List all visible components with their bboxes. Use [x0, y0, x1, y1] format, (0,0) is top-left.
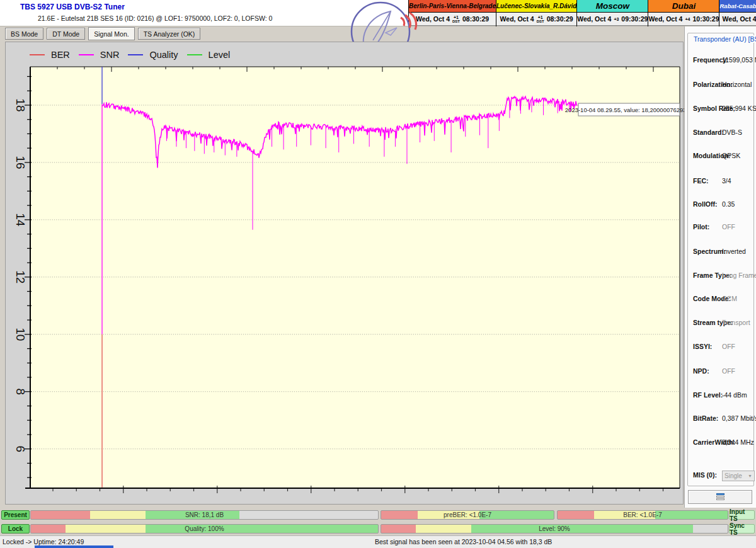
transponder-row-value: 255,994 KS/s [722, 105, 756, 112]
clock-city-label: Rabat-Casablanca-London [719, 0, 756, 13]
snr-meter: SNR: 18,1 dB [30, 510, 379, 520]
lock-button[interactable]: Lock [1, 524, 30, 534]
lock-uptime-status: Locked -> Uptime: 24:20:49 [3, 538, 84, 545]
transponder-panel: Transponder (AU) [BS] Frequency:11599,05… [684, 26, 756, 508]
transponder-row-value: -44 dBm [722, 391, 747, 399]
transponder-row-value: 0.35 [722, 200, 735, 208]
clock-date: Wed, Oct 4 [648, 15, 682, 23]
app-title: TBS 5927 USB DVB-S2 Tuner [20, 3, 125, 11]
transponder-row-value: 0,387 Mbit/s [722, 414, 756, 422]
transponder-row-value: DVB-S [722, 128, 742, 136]
transponder-row-label: RF Level: [693, 391, 723, 399]
transponder-row-value: Transport [722, 319, 750, 326]
chart-tooltip-text: 2023-10-04 08.29.55, value: 18,200000762… [565, 106, 684, 113]
transponder-row-label: Spectrum: [693, 248, 726, 255]
transponder-row-value: 11599,053 MHz [722, 56, 756, 64]
transponder-row-label: Pilot: [693, 223, 709, 231]
clock-time: 08:30:29 [462, 15, 489, 23]
transponder-row-value: OFF [722, 343, 735, 350]
tz-dst: DST [452, 20, 460, 23]
mis-value: Single [724, 472, 742, 479]
list-icon [716, 493, 724, 501]
transponder-title: Transponder (AU) [BS] [692, 35, 756, 43]
clock-city-label: Lučenec-Slovakia_R.Dávid [496, 0, 576, 13]
present-button[interactable]: Present [1, 510, 30, 520]
transponder-row-label: NPD: [693, 367, 709, 375]
clock-city-label: Dubai [648, 0, 719, 13]
signal-monitor-panel: BER SNR Quality Level 6810121416182023-1… [5, 42, 684, 505]
tuner-subtitle: 21.6E - Eutelsat 21B SES 16 (ID: 0216) @… [38, 14, 272, 22]
transponder-row-value: 0,344 MHz [722, 438, 754, 446]
status-bar: Locked -> Uptime: 24:20:49 Best signal h… [0, 535, 756, 548]
transponder-row-value: Horizontal [722, 81, 752, 88]
clock-date: Wed, Oct 4 [577, 15, 611, 23]
tz-offset: +1 [454, 15, 459, 20]
transponder-row-label: ISSYI: [693, 343, 712, 350]
transponder-row-value: OFF [722, 367, 735, 375]
clock-time: 09:30:29 [621, 15, 648, 23]
tab-dt-mode[interactable]: DT Mode [47, 28, 85, 40]
tab-signal-mon[interactable]: Signal Mon. [88, 27, 134, 40]
clock-moscow: Moscow Wed, Oct 4 +3 09:30:29 [577, 0, 648, 26]
chevron-down-icon: ▼ [748, 474, 752, 478]
clock-rabat: Rabat-Casablanca-London Wed, Oct 4 +1 07… [719, 0, 756, 26]
tz-offset: +1 [538, 15, 543, 20]
transponder-row-value: CCM [722, 295, 737, 302]
quality-meter: Quality: 100% [30, 524, 379, 534]
transponder-row-label: Standard: [693, 128, 724, 136]
transponder-row-value: QPSK [722, 152, 740, 159]
transponder-row-value: OFF [722, 223, 735, 231]
transponder-row-label: BitRate: [693, 414, 718, 422]
mis-label: MIS (0): [693, 471, 717, 479]
tz-offset: +3 [614, 17, 619, 21]
taskbar-fragment [35, 545, 113, 548]
input-ts-button[interactable]: Input TS [729, 510, 755, 520]
tab-ts-analyzer[interactable]: TS Analyzer (OK) [138, 28, 201, 40]
level-meter: Level: 90% [381, 524, 728, 534]
transponder-row-value: 3/4 [722, 177, 731, 185]
transponder-row-label: RollOff: [693, 200, 718, 208]
transponder-row-value: Inverted [722, 248, 746, 255]
clock-date: Wed, Oct 4 [500, 15, 534, 23]
transponder-list-button[interactable] [688, 490, 752, 504]
transponder-row-value: Long Frame [722, 271, 756, 279]
tab-bs-mode[interactable]: BS Mode [5, 28, 43, 40]
clock-lucenec: Lučenec-Slovakia_R.Dávid Wed, Oct 4 +1DS… [496, 0, 577, 26]
tz-dst: DST [537, 20, 544, 23]
clock-city-label: Moscow [577, 0, 648, 13]
mis-dropdown[interactable]: Single ▼ [722, 471, 755, 481]
tz-offset: +4 [685, 17, 690, 21]
clock-date: Wed, Oct 4 [723, 15, 756, 23]
world-clocks: Berlin-Paris-Vienna-Belgrade Wed, Oct 4 … [408, 0, 756, 26]
transponder-groupbox: Transponder (AU) [BS] Frequency:11599,05… [687, 33, 754, 486]
clock-dubai: Dubai Wed, Oct 4 +4 10:30:29 [648, 0, 719, 26]
sync-ts-button[interactable]: Sync TS [729, 524, 755, 534]
snr-chart[interactable]: 6810121416182023-10-04 08.29.55, value: … [6, 42, 684, 505]
best-signal-status: Best signal has been seen at 2023-10-04 … [375, 538, 552, 545]
clock-time: 10:30:29 [692, 15, 719, 23]
clock-time: 08:30:29 [547, 15, 573, 23]
ber-meter: BER: <1.0E-7 [557, 510, 728, 520]
mode-tabs: BS Mode DT Mode Signal Mon. TS Analyzer … [5, 28, 200, 40]
transponder-row-label: FEC: [693, 177, 709, 185]
preber-meter: preBER: <1.0E-7 [381, 510, 554, 520]
